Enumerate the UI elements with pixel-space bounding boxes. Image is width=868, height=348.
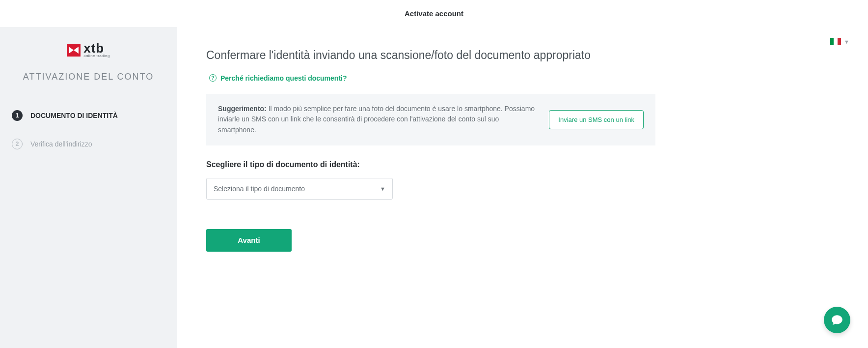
chat-button[interactable] [824, 307, 850, 333]
step-list: 1 DOCUMENTO DI IDENTITÀ 2 Verifica dell'… [0, 101, 177, 158]
document-type-label: Scegliere il tipo di documento di identi… [206, 160, 839, 169]
chevron-down-icon: ▼ [844, 39, 849, 45]
sidebar: xtb online trading ATTIVAZIONE DEL CONTO… [0, 27, 177, 348]
step-identity-document[interactable]: 1 DOCUMENTO DI IDENTITÀ [0, 101, 177, 130]
chat-icon [831, 314, 843, 326]
language-switcher[interactable]: ▼ [830, 38, 849, 45]
document-type-select[interactable]: Seleziona il tipo di documento ▼ [206, 178, 393, 200]
logo-text: xtb [83, 42, 110, 55]
sidebar-title: ATTIVAZIONE DEL CONTO [0, 72, 177, 82]
step-number: 2 [12, 139, 23, 149]
step-address-verification[interactable]: 2 Verifica dell'indirizzo [0, 130, 177, 158]
tip-label: Suggerimento: [218, 105, 267, 113]
tip-text: Suggerimento: Il modo più semplice per f… [218, 104, 537, 136]
logo-mark-icon [67, 44, 81, 57]
header-title: Activate account [405, 9, 463, 18]
flag-italy-icon [830, 38, 841, 45]
logo-tagline: online trading [83, 54, 110, 58]
help-link-text: Perché richiediamo questi documenti? [220, 74, 347, 82]
step-number: 1 [12, 110, 23, 121]
chevron-down-icon: ▼ [380, 186, 385, 192]
step-label: Verifica dell'indirizzo [30, 140, 92, 148]
why-documents-link[interactable]: ? Perché richiediamo questi documenti? [209, 74, 347, 82]
tip-box: Suggerimento: Il modo più semplice per f… [206, 94, 655, 145]
next-button[interactable]: Avanti [206, 229, 292, 252]
question-icon: ? [209, 74, 217, 82]
layout: xtb online trading ATTIVAZIONE DEL CONTO… [0, 27, 868, 348]
page-title: Confermare l'identità inviando una scans… [206, 49, 668, 62]
page-header: Activate account [0, 0, 868, 27]
logo: xtb online trading [0, 42, 177, 58]
send-sms-button[interactable]: Inviare un SMS con un link [549, 110, 644, 129]
main-content: ▼ Confermare l'identità inviando una sca… [177, 27, 868, 348]
select-placeholder: Seleziona il tipo di documento [214, 185, 305, 193]
step-label: DOCUMENTO DI IDENTITÀ [30, 112, 118, 119]
